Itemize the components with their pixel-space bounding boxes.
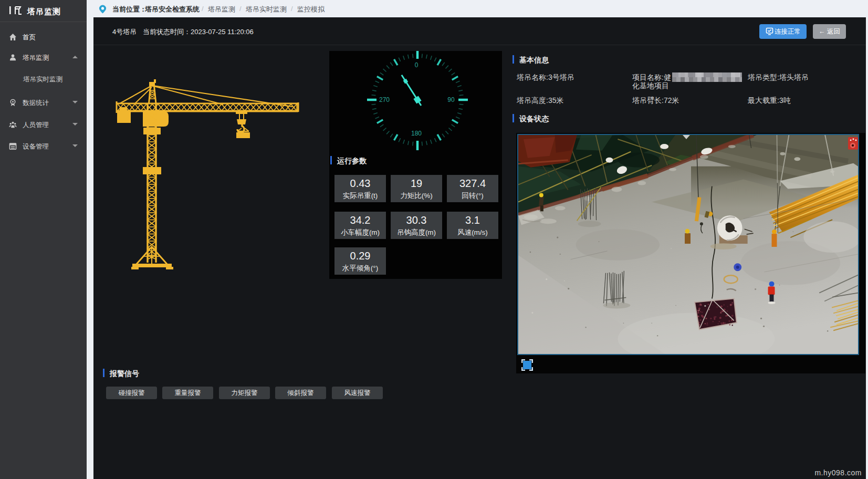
- svg-text:0: 0: [415, 61, 419, 69]
- svg-text:180: 180: [411, 130, 422, 137]
- svg-text:90: 90: [447, 96, 455, 103]
- svg-text:270: 270: [379, 96, 390, 103]
